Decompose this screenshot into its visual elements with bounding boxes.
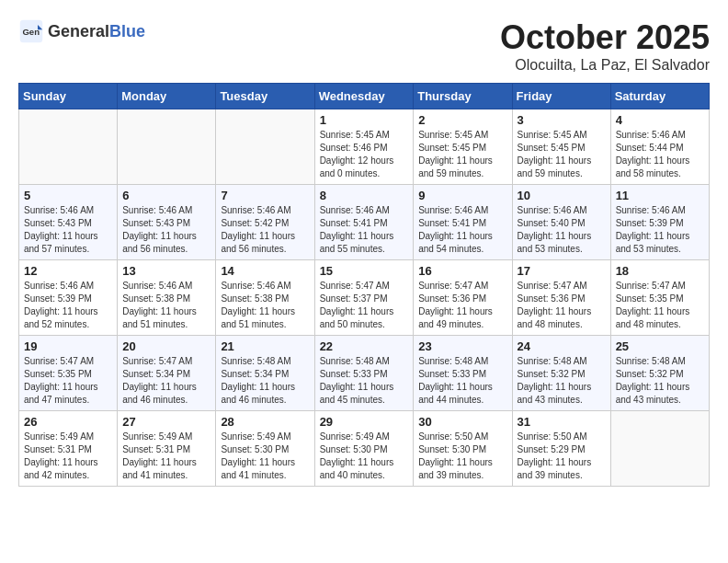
day-info: Sunrise: 5:46 AM Sunset: 5:40 PM Dayligh…: [518, 204, 606, 256]
day-info: Sunrise: 5:49 AM Sunset: 5:30 PM Dayligh…: [221, 431, 309, 482]
day-number: 18: [616, 264, 704, 278]
calendar-cell: 24Sunrise: 5:48 AM Sunset: 5:32 PM Dayli…: [512, 336, 610, 411]
day-info: Sunrise: 5:46 AM Sunset: 5:39 PM Dayligh…: [24, 280, 112, 331]
svg-text:Gen: Gen: [22, 27, 40, 37]
page-header: Gen GeneralBlue October 2025 Olocuilta, …: [18, 18, 710, 74]
calendar-cell: 16Sunrise: 5:47 AM Sunset: 5:36 PM Dayli…: [414, 260, 512, 336]
day-info: Sunrise: 5:49 AM Sunset: 5:30 PM Dayligh…: [320, 431, 409, 482]
calendar-cell: 29Sunrise: 5:49 AM Sunset: 5:30 PM Dayli…: [314, 411, 414, 487]
calendar-cell: 7Sunrise: 5:46 AM Sunset: 5:42 PM Daylig…: [216, 185, 314, 260]
day-number: 7: [221, 189, 309, 202]
weekday-header-sunday: Sunday: [19, 84, 118, 109]
logo-icon: Gen: [18, 18, 44, 44]
day-number: 6: [122, 189, 210, 202]
calendar-cell: 11Sunrise: 5:46 AM Sunset: 5:39 PM Dayli…: [610, 185, 709, 260]
day-info: Sunrise: 5:46 AM Sunset: 5:39 PM Dayligh…: [616, 204, 704, 256]
day-number: 20: [122, 339, 210, 353]
logo-text-general: General: [48, 22, 109, 40]
day-number: 28: [221, 415, 309, 429]
week-row-2: 5Sunrise: 5:46 AM Sunset: 5:43 PM Daylig…: [19, 185, 710, 260]
day-info: Sunrise: 5:48 AM Sunset: 5:33 PM Dayligh…: [418, 355, 506, 407]
week-row-1: 1Sunrise: 5:45 AM Sunset: 5:46 PM Daylig…: [19, 109, 710, 185]
day-number: 9: [418, 189, 506, 202]
day-number: 8: [320, 189, 409, 202]
day-number: 26: [24, 415, 112, 429]
day-number: 3: [518, 113, 606, 127]
day-number: 14: [221, 264, 309, 278]
day-info: Sunrise: 5:46 AM Sunset: 5:41 PM Dayligh…: [320, 204, 409, 256]
calendar-cell: 21Sunrise: 5:48 AM Sunset: 5:34 PM Dayli…: [216, 336, 314, 411]
day-number: 19: [24, 339, 112, 353]
month-title: October 2025: [500, 18, 710, 57]
day-number: 5: [24, 189, 112, 202]
day-number: 11: [616, 189, 704, 202]
calendar-cell: 4Sunrise: 5:46 AM Sunset: 5:44 PM Daylig…: [610, 109, 709, 185]
day-info: Sunrise: 5:46 AM Sunset: 5:43 PM Dayligh…: [122, 204, 210, 256]
location-title: Olocuilta, La Paz, El Salvador: [500, 57, 710, 74]
day-info: Sunrise: 5:47 AM Sunset: 5:34 PM Dayligh…: [122, 355, 210, 407]
calendar-cell: 12Sunrise: 5:46 AM Sunset: 5:39 PM Dayli…: [19, 260, 118, 336]
day-info: Sunrise: 5:47 AM Sunset: 5:35 PM Dayligh…: [24, 355, 112, 407]
logo: Gen GeneralBlue: [18, 18, 145, 44]
calendar-cell: 10Sunrise: 5:46 AM Sunset: 5:40 PM Dayli…: [512, 185, 610, 260]
day-number: 31: [518, 415, 606, 429]
calendar-cell: 30Sunrise: 5:50 AM Sunset: 5:30 PM Dayli…: [414, 411, 512, 487]
calendar-cell: 9Sunrise: 5:46 AM Sunset: 5:41 PM Daylig…: [414, 185, 512, 260]
day-number: 12: [24, 264, 112, 278]
calendar-cell: 13Sunrise: 5:46 AM Sunset: 5:38 PM Dayli…: [118, 260, 216, 336]
title-block: October 2025 Olocuilta, La Paz, El Salva…: [500, 18, 710, 74]
day-info: Sunrise: 5:46 AM Sunset: 5:43 PM Dayligh…: [24, 204, 112, 256]
day-number: 15: [320, 264, 409, 278]
day-info: Sunrise: 5:46 AM Sunset: 5:38 PM Dayligh…: [221, 280, 309, 331]
day-info: Sunrise: 5:46 AM Sunset: 5:41 PM Dayligh…: [418, 204, 506, 256]
day-info: Sunrise: 5:48 AM Sunset: 5:32 PM Dayligh…: [616, 355, 704, 407]
weekday-header-friday: Friday: [512, 84, 610, 109]
calendar-cell: 19Sunrise: 5:47 AM Sunset: 5:35 PM Dayli…: [19, 336, 118, 411]
calendar: SundayMondayTuesdayWednesdayThursdayFrid…: [18, 83, 710, 487]
calendar-cell: [216, 109, 314, 185]
calendar-cell: [118, 109, 216, 185]
day-number: 4: [616, 113, 704, 127]
weekday-header-row: SundayMondayTuesdayWednesdayThursdayFrid…: [19, 84, 710, 109]
day-info: Sunrise: 5:49 AM Sunset: 5:31 PM Dayligh…: [24, 431, 112, 482]
day-info: Sunrise: 5:47 AM Sunset: 5:36 PM Dayligh…: [518, 280, 606, 331]
weekday-header-thursday: Thursday: [414, 84, 512, 109]
calendar-cell: 8Sunrise: 5:46 AM Sunset: 5:41 PM Daylig…: [314, 185, 414, 260]
day-info: Sunrise: 5:46 AM Sunset: 5:44 PM Dayligh…: [616, 129, 704, 180]
calendar-cell: 2Sunrise: 5:45 AM Sunset: 5:45 PM Daylig…: [414, 109, 512, 185]
day-info: Sunrise: 5:50 AM Sunset: 5:30 PM Dayligh…: [418, 431, 506, 482]
day-number: 29: [320, 415, 409, 429]
calendar-cell: 15Sunrise: 5:47 AM Sunset: 5:37 PM Dayli…: [314, 260, 414, 336]
day-number: 24: [518, 339, 606, 353]
day-number: 22: [320, 339, 409, 353]
day-number: 10: [518, 189, 606, 202]
day-number: 2: [418, 113, 506, 127]
calendar-cell: 20Sunrise: 5:47 AM Sunset: 5:34 PM Dayli…: [118, 336, 216, 411]
day-number: 13: [122, 264, 210, 278]
day-info: Sunrise: 5:45 AM Sunset: 5:45 PM Dayligh…: [418, 129, 506, 180]
day-number: 23: [418, 339, 506, 353]
calendar-cell: 27Sunrise: 5:49 AM Sunset: 5:31 PM Dayli…: [118, 411, 216, 487]
weekday-header-monday: Monday: [118, 84, 216, 109]
calendar-cell: 5Sunrise: 5:46 AM Sunset: 5:43 PM Daylig…: [19, 185, 118, 260]
day-number: 27: [122, 415, 210, 429]
day-info: Sunrise: 5:45 AM Sunset: 5:46 PM Dayligh…: [320, 129, 409, 180]
calendar-cell: 18Sunrise: 5:47 AM Sunset: 5:35 PM Dayli…: [610, 260, 709, 336]
week-row-5: 26Sunrise: 5:49 AM Sunset: 5:31 PM Dayli…: [19, 411, 710, 487]
day-info: Sunrise: 5:48 AM Sunset: 5:32 PM Dayligh…: [518, 355, 606, 407]
day-number: 1: [320, 113, 409, 127]
day-number: 16: [418, 264, 506, 278]
week-row-4: 19Sunrise: 5:47 AM Sunset: 5:35 PM Dayli…: [19, 336, 710, 411]
weekday-header-saturday: Saturday: [610, 84, 709, 109]
calendar-cell: 25Sunrise: 5:48 AM Sunset: 5:32 PM Dayli…: [610, 336, 709, 411]
calendar-cell: 31Sunrise: 5:50 AM Sunset: 5:29 PM Dayli…: [512, 411, 610, 487]
day-info: Sunrise: 5:49 AM Sunset: 5:31 PM Dayligh…: [122, 431, 210, 482]
calendar-cell: [19, 109, 118, 185]
day-info: Sunrise: 5:48 AM Sunset: 5:33 PM Dayligh…: [320, 355, 409, 407]
day-info: Sunrise: 5:47 AM Sunset: 5:35 PM Dayligh…: [616, 280, 704, 331]
day-number: 30: [418, 415, 506, 429]
calendar-cell: 14Sunrise: 5:46 AM Sunset: 5:38 PM Dayli…: [216, 260, 314, 336]
day-number: 17: [518, 264, 606, 278]
day-info: Sunrise: 5:47 AM Sunset: 5:37 PM Dayligh…: [320, 280, 409, 331]
day-info: Sunrise: 5:47 AM Sunset: 5:36 PM Dayligh…: [418, 280, 506, 331]
